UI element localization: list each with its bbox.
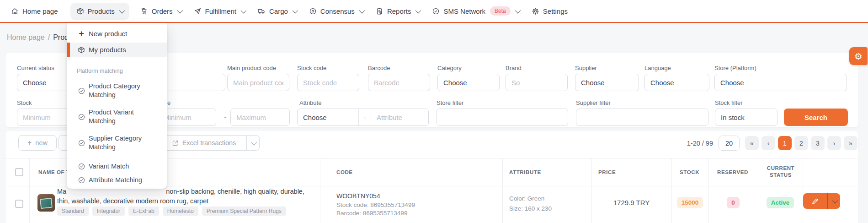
excel-transactions-button[interactable]: Excel transactions (161, 135, 247, 151)
menu-new-product[interactable]: + New product (67, 27, 167, 40)
product-thumbnail[interactable] (37, 194, 55, 212)
nav-home-label: Home page (22, 7, 58, 15)
barcode-input[interactable] (368, 74, 430, 91)
nav-sms-network[interactable]: SMS Network Beta (432, 6, 519, 16)
menu-section-title: Platform matching (77, 68, 123, 74)
stock-code-input[interactable] (297, 74, 359, 91)
nav-orders[interactable]: Orders (140, 7, 181, 15)
menu-my-products[interactable]: My products (67, 43, 167, 57)
brand-input[interactable] (506, 74, 568, 91)
pagination-range: 1-20 / 99 (667, 140, 713, 147)
nav-fulfillment-label: Fulfillment (205, 7, 236, 15)
breadcrumb-home[interactable]: Home page (7, 33, 45, 41)
check-circle-icon (76, 139, 87, 147)
attribute-group: Choose - (297, 109, 429, 126)
products-dropdown-menu: + New product My products Platform match… (67, 23, 167, 189)
menu-product-category-matching[interactable]: Product Category Matching (67, 82, 167, 100)
page-size-input[interactable] (719, 136, 740, 151)
new-button-label: new (35, 139, 48, 147)
attribute-select[interactable]: Choose (298, 109, 358, 125)
product-barcode: Barcode: 8695355713499 (336, 210, 407, 217)
menu-variant-match[interactable]: Variant Match (67, 158, 167, 174)
pagination-page-3[interactable]: 3 (811, 136, 825, 150)
search-button[interactable]: Search (784, 109, 848, 126)
excel-dropdown-toggle[interactable] (247, 135, 260, 151)
menu-item-label: Product Category Matching (89, 82, 161, 99)
store-filter-label: Store filter (437, 99, 463, 106)
pagination-first-button[interactable]: « (745, 136, 759, 150)
tag-badge: E-ExFab (128, 207, 159, 216)
stock-badge: 15000 (677, 197, 703, 208)
covered-filter-input[interactable] (158, 74, 225, 91)
header-current-status: CURRENT STATUS (761, 165, 800, 179)
row-checkbox[interactable] (15, 200, 23, 208)
export-icon (172, 140, 179, 147)
supplier-select[interactable]: Choose (575, 74, 639, 91)
chevron-down-icon (415, 7, 421, 13)
pagination-last-button[interactable]: » (844, 136, 857, 150)
menu-product-variant-matching[interactable]: Product Variant Matching (67, 108, 167, 126)
language-label: Language (644, 65, 671, 71)
breadcrumb-separator: / (48, 33, 50, 41)
main-product-code-input[interactable] (227, 74, 289, 91)
edit-button[interactable] (803, 193, 827, 209)
nav-products[interactable]: Products (70, 3, 129, 20)
product-name-rest: non-slip backing, chenille, high quality… (166, 188, 304, 195)
edit-split-button (803, 193, 840, 209)
chevron-down-icon (832, 197, 838, 203)
category-label: Category (437, 65, 462, 71)
nav-cargo[interactable]: Cargo (257, 7, 297, 15)
nav-home[interactable]: Home page (11, 7, 58, 15)
product-name-start: Ma (57, 188, 66, 195)
gear-icon: ⚙ (854, 52, 863, 61)
beta-badge: Beta (490, 6, 511, 16)
chevron-down-icon (515, 7, 521, 13)
nav-cargo-label: Cargo (269, 7, 288, 15)
stock-filter-select[interactable]: In stock (715, 109, 777, 126)
reserved-cell: 0 (708, 197, 758, 208)
nav-settings[interactable]: Settings (532, 7, 568, 15)
range-maximum-input[interactable] (230, 109, 290, 126)
nav-reports[interactable]: Reports (376, 7, 420, 15)
header-reserved: RESERVED (717, 169, 748, 175)
header-price: PRICE (598, 169, 616, 175)
store-platform-select[interactable]: Choose (714, 74, 847, 91)
store-filter-input[interactable] (437, 109, 568, 126)
column-divider (803, 158, 803, 223)
column-divider (758, 158, 758, 223)
product-price: 1729.9 TRY (591, 199, 671, 207)
pagination-page-1[interactable]: 1 (778, 136, 792, 150)
gear-icon (532, 7, 539, 15)
settings-fab-button[interactable]: ⚙ (849, 47, 868, 65)
menu-supplier-category-matching[interactable]: Supplier Category Matching (67, 134, 167, 152)
product-code: WOOBTNY054 (336, 192, 380, 200)
pagination-page-2[interactable]: 2 (794, 136, 808, 150)
pagination-prev-button[interactable]: ‹ (761, 136, 775, 150)
nav-orders-label: Orders (152, 7, 173, 15)
store-platform-label: Store (Platform) (714, 65, 756, 71)
check-circle-icon (76, 163, 87, 170)
product-stock-code: Stock code: 8695355713499 (336, 201, 415, 208)
tag-badge: Homefesto (163, 207, 198, 216)
supplier-filter-input[interactable] (576, 109, 708, 126)
category-select[interactable]: Choose (437, 74, 500, 91)
main-product-code-label: Main product code (227, 65, 276, 71)
attribute-value-input[interactable] (371, 109, 428, 125)
tag-badge: Integrator (92, 207, 125, 216)
new-product-button[interactable]: + new (18, 135, 57, 151)
supplier-label: Supplier (575, 65, 597, 71)
stock-code-label: Stock code (297, 65, 326, 71)
language-select[interactable]: Choose (644, 74, 709, 91)
pagination-next-button[interactable]: › (827, 136, 841, 150)
products-page: Home page Products Orders Fulfillment Ca… (0, 0, 868, 223)
cart-icon (140, 7, 148, 15)
check-circle-icon (76, 113, 87, 121)
select-all-checkbox[interactable] (15, 168, 23, 176)
edit-dropdown-toggle[interactable] (827, 193, 840, 209)
truck-icon (257, 7, 266, 15)
chevron-down-icon (177, 7, 183, 13)
nav-fulfillment[interactable]: Fulfillment (194, 7, 245, 15)
nav-consensus[interactable]: Consensus (309, 7, 363, 15)
excel-button-label: Excel transactions (182, 139, 236, 147)
menu-attribute-matching[interactable]: Attribute Matching (67, 172, 167, 188)
